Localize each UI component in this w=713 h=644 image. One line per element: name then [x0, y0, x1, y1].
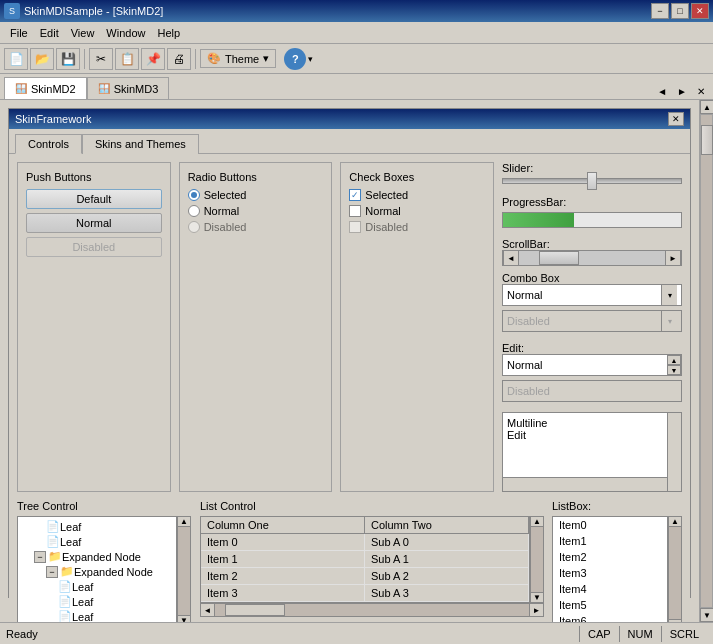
listbox-item-3[interactable]: Item3 [553, 565, 667, 581]
listbox-item-1[interactable]: Item1 [553, 533, 667, 549]
spinner-down[interactable]: ▼ [667, 365, 681, 375]
list-cell-2-1: Sub A 2 [365, 568, 529, 584]
spinner-up[interactable]: ▲ [667, 355, 681, 365]
tab-skins-themes[interactable]: Skins and Themes [82, 134, 199, 154]
paste-button[interactable]: 📌 [141, 48, 165, 70]
scrollbar-track-h[interactable] [519, 251, 665, 265]
radio-normal[interactable]: Normal [188, 205, 324, 217]
inner-tab-content: Push Buttons Default Normal Disabled Rad… [9, 153, 690, 622]
normal-button[interactable]: Normal [26, 213, 162, 233]
multiline-box[interactable]: Multiline Edit [502, 412, 682, 492]
save-button[interactable]: 💾 [56, 48, 80, 70]
combo-disabled-value: Disabled [507, 315, 550, 327]
new-button[interactable]: 📄 [4, 48, 28, 70]
combo-normal-arrow[interactable]: ▾ [661, 285, 677, 305]
vscroll-down-btn[interactable]: ▼ [700, 608, 713, 622]
multiline-section: Multiline Edit [502, 412, 682, 492]
list-scroll-up[interactable]: ▲ [531, 517, 543, 527]
menu-file[interactable]: File [4, 25, 34, 41]
list-row-2[interactable]: Item 2 Sub A 2 [201, 568, 529, 585]
list-cell-3-1: Sub A 3 [365, 585, 529, 601]
tab-skinmd3-icon: 🪟 [98, 83, 110, 94]
listbox-item-5[interactable]: Item5 [553, 597, 667, 613]
title-text: SkinMDISample - [SkinMD2] [24, 5, 163, 17]
list-scrollbar-h[interactable]: ◄ ► [200, 603, 544, 617]
help-button[interactable]: ? [284, 48, 306, 70]
menu-help[interactable]: Help [151, 25, 186, 41]
tab-skinmd3[interactable]: 🪟 SkinMD3 [87, 77, 170, 99]
tab-nav-right[interactable]: ► [673, 84, 691, 99]
listbox-item-0[interactable]: Item0 [553, 517, 667, 533]
list-col-one[interactable]: Column One [201, 517, 365, 533]
checkbox-selected[interactable]: Selected [349, 189, 485, 201]
vscroll-up-btn[interactable]: ▲ [700, 100, 713, 114]
cut-button[interactable]: ✂ [89, 48, 113, 70]
radio-disabled: Disabled [188, 221, 324, 233]
menu-view[interactable]: View [65, 25, 101, 41]
vscroll-thumb[interactable] [701, 125, 713, 155]
right-scrollbar[interactable]: ▲ ▼ [699, 100, 713, 622]
tree-scroll-up[interactable]: ▲ [178, 517, 190, 527]
scrollbar-right-btn[interactable]: ► [665, 250, 681, 266]
slider-thumb[interactable] [587, 172, 597, 190]
edit-normal[interactable]: Normal ▲ ▼ [502, 354, 682, 376]
tree-expand-2[interactable]: − [34, 551, 46, 563]
list-control-inner: Column One Column Two Item 0 Sub A 0 Ite… [200, 516, 530, 603]
list-row-0[interactable]: Item 0 Sub A 0 [201, 534, 529, 551]
close-button[interactable]: ✕ [691, 3, 709, 19]
list-scroll-right[interactable]: ► [529, 604, 543, 616]
maximize-button[interactable]: □ [671, 3, 689, 19]
tab-nav-left[interactable]: ◄ [653, 84, 671, 99]
checkbox-normal-box [349, 205, 361, 217]
tab-controls[interactable]: Controls [15, 134, 82, 154]
list-scroll-down[interactable]: ▼ [531, 592, 543, 602]
list-col-two[interactable]: Column Two [365, 517, 529, 533]
multiline-scrollbar-v[interactable] [667, 413, 681, 491]
list-scrollbar-v[interactable]: ▲ ▼ [530, 516, 544, 603]
listbox-scrollbar-v[interactable]: ▲ ▼ [668, 516, 682, 622]
copy-button[interactable]: 📋 [115, 48, 139, 70]
checkbox-normal[interactable]: Normal [349, 205, 485, 217]
scrollbar-h[interactable]: ◄ ► [502, 250, 682, 266]
tree-expand-3[interactable]: − [46, 566, 58, 578]
list-row-1[interactable]: Item 1 Sub A 1 [201, 551, 529, 568]
list-scroll-left[interactable]: ◄ [201, 604, 215, 616]
list-cell-0-0: Item 0 [201, 534, 365, 550]
menu-bar: File Edit View Window Help [0, 22, 713, 44]
menu-window[interactable]: Window [100, 25, 151, 41]
tree-scrollbar-v[interactable]: ▲ ▼ [177, 516, 191, 622]
tab-bar: 🪟 SkinMD2 🪟 SkinMD3 ◄ ► ✕ [0, 74, 713, 100]
tree-leaf-icon-4: 📄 [58, 580, 72, 593]
default-button[interactable]: Default [26, 189, 162, 209]
listbox-item-4[interactable]: Item4 [553, 581, 667, 597]
listbox-inner[interactable]: Item0 Item1 Item2 Item3 Item4 Item5 Item… [552, 516, 668, 622]
print-button[interactable]: 🖨 [167, 48, 191, 70]
menu-edit[interactable]: Edit [34, 25, 65, 41]
skin-framework-close[interactable]: ✕ [668, 112, 684, 126]
scrollbar-left-btn[interactable]: ◄ [503, 250, 519, 266]
scrollbar-thumb-h[interactable] [539, 251, 579, 265]
open-button[interactable]: 📂 [30, 48, 54, 70]
listbox-item-2[interactable]: Item2 [553, 549, 667, 565]
multiline-scrollbar-h[interactable] [503, 477, 667, 491]
listbox-scroll-down[interactable]: ▼ [669, 619, 681, 622]
listbox-item-6[interactable]: Item6 [553, 613, 667, 622]
tree-item-label-1: Leaf [60, 536, 81, 548]
tab-nav-close[interactable]: ✕ [693, 84, 709, 99]
radio-buttons-title: Radio Buttons [188, 171, 324, 183]
list-row-3[interactable]: Item 3 Sub A 3 [201, 585, 529, 602]
vscroll-track[interactable] [700, 114, 713, 608]
toolbar-help-arrow: ▾ [308, 54, 313, 64]
tab-skinmd2[interactable]: 🪟 SkinMD2 [4, 77, 87, 99]
tree-control[interactable]: 📄 Leaf 📄 Leaf − [17, 516, 177, 622]
tree-scroll-down[interactable]: ▼ [178, 615, 190, 622]
skin-framework-dialog: SkinFramework ✕ Controls Skins and Theme… [8, 108, 691, 598]
theme-button[interactable]: 🎨 Theme ▾ [200, 49, 276, 68]
minimize-button[interactable]: − [651, 3, 669, 19]
listbox-scroll-up[interactable]: ▲ [669, 517, 681, 527]
theme-icon: 🎨 [207, 52, 221, 65]
radio-selected[interactable]: Selected [188, 189, 324, 201]
combo-normal[interactable]: Normal ▾ [502, 284, 682, 306]
list-header: Column One Column Two [201, 517, 529, 534]
slider-track[interactable] [502, 178, 682, 184]
